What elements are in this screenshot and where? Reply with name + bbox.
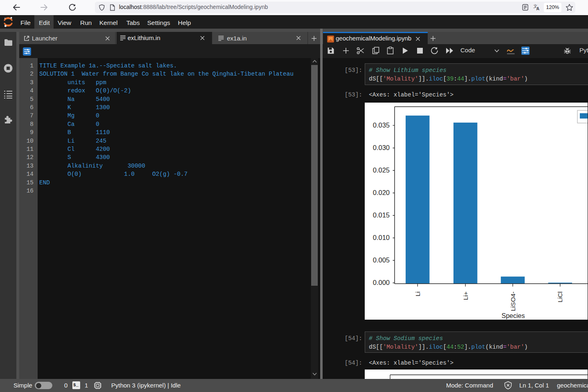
- svg-text:LiSO4-: LiSO4-: [509, 291, 516, 311]
- svg-text:0.015: 0.015: [373, 211, 390, 219]
- svg-text:0.035: 0.035: [373, 121, 390, 129]
- svg-text:Li: Li: [414, 291, 421, 296]
- svg-text:Li+: Li+: [462, 291, 469, 300]
- svg-text:0.030: 0.030: [373, 144, 390, 151]
- svg-text:0.005: 0.005: [373, 256, 390, 264]
- svg-text:Species: Species: [502, 312, 525, 319]
- svg-text:0.000: 0.000: [373, 279, 390, 286]
- svg-text:A: A: [536, 6, 540, 11]
- svg-text:0.010: 0.010: [373, 234, 390, 241]
- svg-text:0.020: 0.020: [373, 189, 390, 196]
- svg-text:0.025: 0.025: [373, 166, 390, 174]
- svg-text:LiCl: LiCl: [557, 291, 563, 302]
